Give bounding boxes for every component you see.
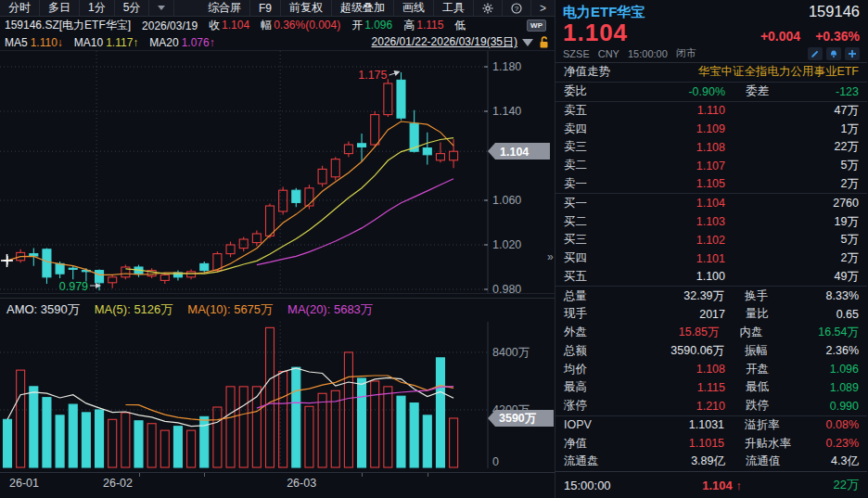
field-label: 开 bbox=[351, 19, 363, 32]
time-axis-label-26-02: 26-02 bbox=[103, 477, 133, 490]
unlock-icon[interactable] bbox=[538, 36, 550, 49]
menu-前复权[interactable]: 前复权 bbox=[281, 0, 332, 16]
amo-field: MA(20): 5683万 bbox=[287, 301, 373, 318]
stat-row-最高: 最高1.115最低1.089 bbox=[555, 378, 867, 397]
svg-text:0: 0 bbox=[492, 455, 499, 468]
ask-price: 1.109 bbox=[619, 122, 725, 135]
row-label: 流通值 bbox=[746, 453, 827, 469]
bell-icon bbox=[829, 48, 838, 58]
amo-number: 5683万 bbox=[334, 302, 373, 316]
row-label: 跌停 bbox=[746, 398, 827, 414]
tab-5分[interactable]: 5分 bbox=[115, 0, 150, 16]
svg-text:1.060: 1.060 bbox=[492, 194, 521, 207]
ask-row-卖三[interactable]: 卖三1.10822万 bbox=[555, 138, 867, 157]
volume-chart[interactable]: 8400万4200万03590万 bbox=[0, 322, 555, 468]
amo-number: 5675万 bbox=[234, 302, 273, 316]
ma-label: MA5 bbox=[5, 36, 28, 49]
quote-field-高: 高1.115 bbox=[403, 18, 443, 33]
bid-row-买三[interactable]: 买三1.1025万 bbox=[555, 231, 867, 249]
axis-tick bbox=[428, 473, 428, 477]
field-value: 1.096 bbox=[364, 19, 392, 32]
tab-分时[interactable]: 分时 bbox=[0, 0, 40, 16]
bid-row-买一[interactable]: 买一1.1042760 bbox=[555, 194, 867, 212]
bid-price: 1.103 bbox=[619, 215, 725, 228]
row-label: 换手 bbox=[745, 288, 826, 304]
amo-field: MA(10): 5675万 bbox=[187, 301, 273, 318]
quote-time: 15:00:00 bbox=[628, 48, 668, 59]
ask-label: 卖四 bbox=[564, 121, 619, 137]
chevron-down-icon bbox=[522, 39, 533, 46]
bid-row-买二[interactable]: 买二1.10319万 bbox=[555, 212, 867, 231]
ohlc-values: 收1.104幅0.36%(0.004)开1.096高1.115低 bbox=[209, 18, 467, 33]
amo-label: AMO: bbox=[6, 302, 41, 316]
ask-price: 1.105 bbox=[619, 177, 725, 190]
amo-label: MA(10): bbox=[187, 302, 234, 316]
wp-badge[interactable]: WP bbox=[527, 19, 546, 32]
instrument-code-badge: 159146 bbox=[809, 3, 860, 20]
settings-button[interactable] bbox=[474, 0, 503, 16]
instrument-info-row: 159146.SZ[电力ETF华宝] 2026/03/19 收1.104幅0.3… bbox=[0, 17, 555, 34]
field-value: 0.36%(0.004) bbox=[274, 19, 340, 32]
alert-button[interactable] bbox=[826, 47, 841, 60]
panel-splitter[interactable]: » bbox=[547, 250, 554, 263]
ask-row-卖一[interactable]: 卖一1.1052万 bbox=[555, 175, 867, 194]
stat-row-现手: 现手2017量比0.65 bbox=[555, 305, 867, 324]
ma-values: MA51.110↓MA101.117↑MA201.076↑ bbox=[5, 36, 215, 49]
bid-volume: 19万 bbox=[725, 214, 859, 230]
ask-row-卖四[interactable]: 卖四1.1091万 bbox=[555, 120, 867, 138]
row-label: 总额 bbox=[564, 343, 619, 359]
candle-chart-pane: 1.1801.1401.0601.0200.9801.1041.1750.979 bbox=[0, 51, 555, 298]
quote-field-收: 收1.104 bbox=[209, 18, 249, 33]
time-axis: 26-0126-0226-03 bbox=[0, 472, 555, 498]
row-label: 委差 bbox=[746, 83, 827, 99]
edit-button[interactable] bbox=[808, 47, 823, 60]
bid-volume: 49万 bbox=[725, 269, 859, 285]
ask-volume: 1万 bbox=[725, 121, 859, 137]
bid-row-买四[interactable]: 买四1.1012万 bbox=[555, 249, 867, 268]
row-value: 1.1031 bbox=[619, 418, 724, 431]
row-label: 涨停 bbox=[564, 398, 619, 414]
bid-label: 买四 bbox=[564, 250, 619, 266]
chart-area: 分时多日1分5分 综合屏F9前复权超级叠加画线工具 bbox=[0, 0, 555, 498]
nav-row[interactable]: 净值走势华宝中证全指电力公用事业ETF bbox=[555, 63, 867, 82]
period-dropdown[interactable] bbox=[149, 0, 174, 16]
toolbar-expand-button[interactable]: > bbox=[531, 0, 555, 16]
ask-row-卖五[interactable]: 卖五1.11047万 bbox=[555, 102, 867, 121]
amo-label: MA(5): bbox=[95, 302, 134, 316]
row-label: 总量 bbox=[564, 288, 619, 304]
plus-icon bbox=[848, 49, 857, 58]
menu-综合屏[interactable]: 综合屏 bbox=[199, 0, 250, 16]
row-value: 2.36% bbox=[826, 344, 859, 357]
row-value: 0.65 bbox=[827, 308, 859, 321]
menu-画线[interactable]: 画线 bbox=[394, 0, 434, 16]
tab-多日[interactable]: 多日 bbox=[40, 0, 80, 16]
ma-value-MA20: MA201.076↑ bbox=[149, 36, 214, 49]
ask-volume: 2万 bbox=[725, 176, 859, 192]
field-label: 收 bbox=[209, 19, 220, 32]
add-button[interactable] bbox=[845, 47, 860, 60]
menu-F9[interactable]: F9 bbox=[250, 0, 281, 16]
row-label: 外盘 bbox=[564, 325, 618, 340]
candle-chart[interactable]: 1.1801.1401.0601.0200.9801.1041.1750.979 bbox=[0, 51, 555, 294]
bid-volume: 5万 bbox=[725, 232, 859, 248]
fund-full-name: 华宝中证全指电力公用事业ETF bbox=[619, 64, 859, 80]
ask-row-卖二[interactable]: 卖二1.1075万 bbox=[555, 157, 867, 175]
bid-row-买五[interactable]: 买五1.10049万 bbox=[555, 267, 867, 286]
ask-volume: 47万 bbox=[725, 103, 859, 119]
row-value: 2017 bbox=[619, 308, 725, 321]
row-value: 3.89亿 bbox=[619, 453, 725, 469]
tab-1分[interactable]: 1分 bbox=[80, 0, 115, 16]
menu-超级叠加[interactable]: 超级叠加 bbox=[332, 0, 394, 16]
stat-row-涨停: 涨停1.210跌停0.990 bbox=[555, 397, 867, 415]
menu-工具[interactable]: 工具 bbox=[434, 0, 474, 16]
time-axis-label-26-01: 26-01 bbox=[9, 477, 39, 490]
date-range-selector[interactable]: 2026/01/22-2026/03/19(35日) bbox=[372, 34, 550, 50]
svg-text:1.175: 1.175 bbox=[358, 69, 387, 82]
close-time: 15:00:00 bbox=[564, 479, 611, 492]
help-button[interactable]: ? bbox=[503, 0, 531, 16]
bid-label: 买一 bbox=[564, 196, 619, 211]
bid-volume: 2万 bbox=[725, 250, 859, 266]
gear-icon bbox=[482, 3, 493, 14]
row-label: 均价 bbox=[564, 362, 619, 377]
stat-row-总额: 总额3590.06万振幅2.36% bbox=[555, 341, 867, 360]
